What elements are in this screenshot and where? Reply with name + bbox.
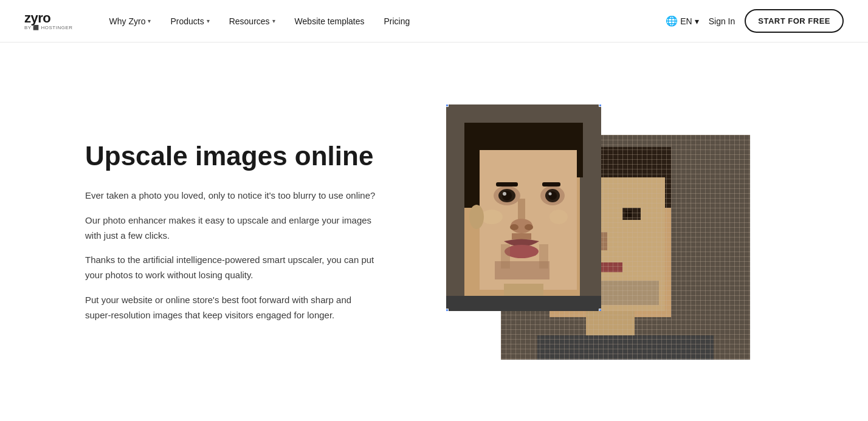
hero-text: Upscale images online Ever taken a photo…	[85, 141, 377, 323]
hero-image-section	[413, 104, 783, 360]
svg-point-43	[549, 210, 568, 224]
lang-label: EN	[680, 16, 692, 26]
svg-point-42	[481, 210, 503, 224]
hero-body: Ever taken a photo you loved, only to no…	[85, 188, 377, 323]
svg-point-35	[525, 224, 533, 230]
svg-rect-40	[539, 244, 548, 269]
svg-rect-36	[512, 233, 531, 239]
chevron-down-icon: ▾	[272, 18, 275, 24]
globe-icon: 🌐	[666, 15, 678, 27]
nav-links: Why Zyro ▾ Products ▾ Resources ▾ Websit…	[102, 12, 666, 31]
nav-item-pricing[interactable]: Pricing	[377, 12, 418, 31]
svg-point-24	[502, 191, 512, 200]
main-content: Upscale images online Ever taken a photo…	[0, 43, 868, 421]
chevron-down-icon: ▾	[148, 18, 151, 24]
hero-title: Upscale images online	[85, 141, 377, 172]
svg-rect-20	[577, 123, 583, 177]
signin-button[interactable]: Sign In	[709, 16, 735, 26]
hero-para-4: Put your website or online store's best …	[85, 293, 377, 323]
image-comparison	[446, 104, 750, 360]
nav-item-website-templates[interactable]: Website templates	[288, 12, 372, 31]
svg-rect-31	[542, 182, 560, 187]
nav-right: 🌐 EN ▾ Sign In START FOR FREE	[666, 9, 844, 33]
svg-rect-45	[446, 296, 601, 311]
hero-para-1: Ever taken a photo you loved, only to no…	[85, 188, 377, 204]
chevron-down-icon: ▾	[207, 18, 210, 24]
svg-point-29	[549, 192, 552, 195]
logo-brand: zyro	[24, 12, 73, 25]
chevron-down-icon: ▾	[695, 16, 699, 26]
nav-item-why-zyro[interactable]: Why Zyro ▾	[102, 12, 159, 31]
svg-rect-39	[501, 244, 510, 269]
navbar: zyro BY ⬛ HOSTINGER Why Zyro ▾ Products …	[0, 0, 868, 43]
svg-rect-30	[496, 182, 518, 187]
hero-para-3: Thanks to the artificial intelligence-po…	[85, 253, 377, 283]
start-free-button[interactable]: START FOR FREE	[745, 9, 844, 33]
site-logo[interactable]: zyro BY ⬛ HOSTINGER	[24, 12, 73, 30]
sharp-image	[446, 104, 601, 311]
nav-item-products[interactable]: Products ▾	[163, 12, 216, 31]
svg-point-44	[469, 205, 484, 229]
nav-item-resources[interactable]: Resources ▾	[222, 12, 283, 31]
svg-point-25	[503, 192, 506, 196]
language-selector[interactable]: 🌐 EN ▾	[666, 15, 698, 27]
svg-point-34	[510, 224, 518, 230]
hero-para-2: Our photo enhancer makes it easy to upsc…	[85, 213, 377, 244]
logo-sub: BY ⬛ HOSTINGER	[24, 26, 73, 30]
